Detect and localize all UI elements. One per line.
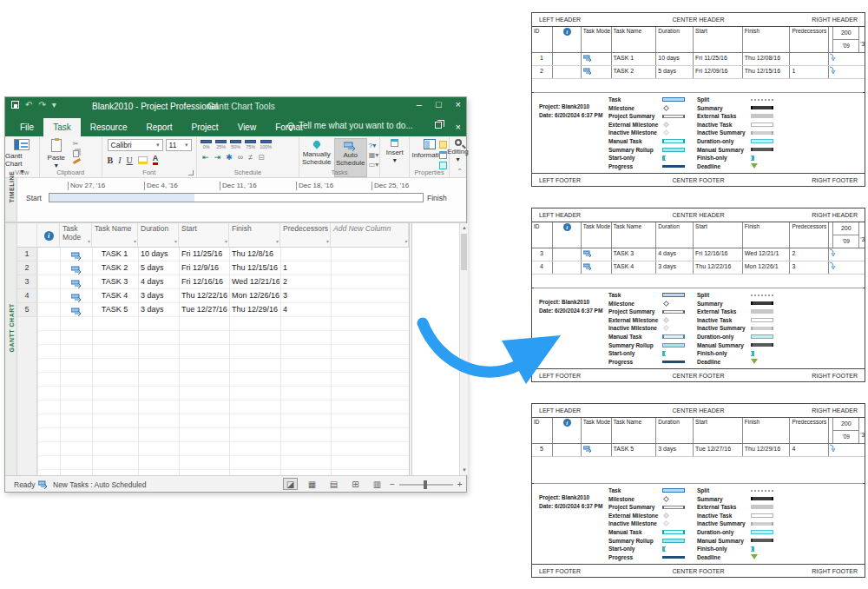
- close-button[interactable]: ×: [456, 99, 461, 109]
- zoom-slider-track[interactable]: [399, 484, 453, 486]
- editing-button[interactable]: Editing ▾: [450, 136, 466, 163]
- row-number-cell[interactable]: 3: [17, 275, 37, 289]
- tell-me-box[interactable]: Tell me what you want to do...: [287, 121, 413, 130]
- font-name-combo[interactable]: Calibri▾: [108, 139, 163, 151]
- duration-header[interactable]: Duration▾: [138, 223, 179, 247]
- finish-cell[interactable]: Wed 12/21/16: [229, 275, 280, 289]
- font-size-combo[interactable]: 11▾: [166, 139, 192, 151]
- move-task-icon[interactable]: ▦▾: [369, 152, 379, 159]
- predecessors-cell[interactable]: 4: [280, 303, 331, 317]
- unlink-tasks-icon[interactable]: ≠: [248, 153, 253, 162]
- info-cell[interactable]: [37, 289, 60, 303]
- scrollbar-thumb[interactable]: [461, 234, 467, 270]
- close-document-button[interactable]: ×: [456, 122, 461, 132]
- duration-cell[interactable]: 4 days: [138, 275, 179, 289]
- predecessors-cell[interactable]: 3: [280, 289, 331, 303]
- font-color-icon[interactable]: A: [153, 155, 159, 165]
- start-cell[interactable]: Fri 11/25/16: [179, 248, 229, 261]
- row-number-cell[interactable]: 4: [17, 289, 37, 303]
- task-mode-cell[interactable]: [60, 248, 92, 261]
- task-row[interactable]: 1 TASK 1 10 days Fri 11/25/16 Thu 12/8/1…: [17, 248, 409, 261]
- task-mode-cell[interactable]: [60, 275, 92, 289]
- finish-cell[interactable]: Thu 12/15/16: [229, 261, 280, 275]
- font-dialog-launcher-icon[interactable]: [188, 170, 194, 175]
- resource-sheet-view-button[interactable]: ⊞: [348, 478, 363, 490]
- task-mode-icon[interactable]: ▭▾: [369, 162, 379, 169]
- row-number-cell[interactable]: 2: [17, 261, 37, 275]
- italic-button[interactable]: I: [118, 156, 121, 165]
- info-cell[interactable]: [37, 275, 60, 289]
- add-new-column-cell[interactable]: [331, 248, 409, 261]
- task-usage-view-button[interactable]: ▦: [305, 478, 319, 490]
- background-color-icon[interactable]: [138, 156, 148, 164]
- task-row[interactable]: 2 TASK 2 5 days Fri 12/9/16 Thu 12/15/16…: [17, 261, 409, 275]
- undo-icon[interactable]: ↶: [25, 101, 32, 109]
- info-cell[interactable]: [37, 303, 60, 317]
- task-name-cell[interactable]: TASK 1: [92, 248, 138, 261]
- finish-header[interactable]: Finish▾: [229, 223, 280, 247]
- start-cell[interactable]: Fri 12/9/16: [179, 261, 229, 275]
- percent-complete-button[interactable]: 100%: [260, 140, 272, 149]
- start-cell[interactable]: Tue 12/27/16: [179, 303, 229, 317]
- ribbon-tab[interactable]: Resource: [81, 118, 137, 136]
- gantt-view-button[interactable]: ◪: [283, 478, 298, 490]
- zoom-in-button[interactable]: +: [457, 480, 463, 489]
- finish-cell[interactable]: Thu 12/8/16: [229, 248, 280, 261]
- format-painter-icon[interactable]: [73, 158, 81, 164]
- finish-cell[interactable]: Mon 12/26/16: [229, 289, 280, 303]
- task-notes-icon[interactable]: [439, 141, 447, 149]
- ribbon-tab[interactable]: File: [10, 118, 43, 136]
- row-number-header[interactable]: [17, 223, 37, 247]
- task-name-header[interactable]: Task Name▾: [92, 223, 138, 247]
- team-planner-view-button[interactable]: ▤: [326, 478, 341, 490]
- start-cell[interactable]: Thu 12/22/16: [179, 289, 229, 303]
- ribbon-tab[interactable]: Project: [182, 118, 228, 136]
- zoom-slider-thumb[interactable]: [424, 480, 427, 489]
- start-header[interactable]: Start▾: [179, 223, 229, 247]
- underline-button[interactable]: U: [127, 156, 133, 165]
- duration-cell[interactable]: 10 days: [138, 248, 179, 261]
- task-mode-cell[interactable]: [60, 289, 92, 303]
- add-new-column-cell[interactable]: [331, 261, 409, 275]
- insert-task-button[interactable]: Insert ▾: [380, 136, 409, 164]
- duration-cell[interactable]: 5 days: [138, 261, 179, 275]
- cut-icon[interactable]: ✂: [73, 141, 81, 148]
- outdent-task-icon[interactable]: ⇤: [202, 153, 209, 162]
- task-mode-cell[interactable]: [60, 303, 92, 317]
- predecessors-header[interactable]: Predecessors▾: [280, 223, 331, 247]
- task-row[interactable]: 5 TASK 5 3 days Tue 12/27/16 Thu 12/29/1…: [17, 303, 409, 317]
- task-details-icon[interactable]: [439, 151, 447, 159]
- zoom-out-button[interactable]: −: [390, 480, 395, 489]
- task-row[interactable]: 3 TASK 3 4 days Fri 12/16/16 Wed 12/21/1…: [17, 275, 409, 289]
- duration-cell[interactable]: 3 days: [138, 289, 179, 303]
- restore-window-icon[interactable]: [435, 122, 442, 129]
- gantt-pane-strip[interactable]: GANTT CHART: [5, 223, 17, 475]
- minimize-button[interactable]: –: [417, 99, 422, 109]
- row-number-cell[interactable]: 5: [17, 303, 37, 317]
- task-mode-cell[interactable]: [60, 261, 92, 275]
- redo-icon[interactable]: ↷: [38, 101, 45, 109]
- bold-button[interactable]: B: [108, 156, 114, 165]
- duration-cell[interactable]: 3 days: [138, 303, 179, 317]
- add-new-column-cell[interactable]: [331, 275, 409, 289]
- scroll-down-icon[interactable]: ▼: [460, 466, 469, 475]
- percent-complete-button[interactable]: 75%: [245, 140, 256, 149]
- task-mode-header[interactable]: Task Mode▾: [60, 223, 92, 247]
- task-row[interactable]: 4 TASK 4 3 days Thu 12/22/16 Mon 12/26/1…: [17, 289, 409, 303]
- percent-complete-button[interactable]: 25%: [215, 140, 227, 149]
- maximize-button[interactable]: □: [436, 99, 442, 109]
- task-name-cell[interactable]: TASK 5: [92, 303, 138, 317]
- task-name-cell[interactable]: TASK 4: [92, 289, 138, 303]
- row-number-cell[interactable]: 1: [17, 248, 37, 261]
- new-tasks-mode[interactable]: New Tasks : Auto Scheduled: [38, 480, 147, 489]
- task-name-cell[interactable]: TASK 2: [92, 261, 138, 275]
- customize-qat-icon[interactable]: ▾: [52, 101, 56, 109]
- add-new-column-header[interactable]: Add New Column▾: [331, 223, 409, 247]
- info-cell[interactable]: [37, 248, 60, 261]
- scroll-up-icon[interactable]: ▲: [460, 223, 469, 233]
- timeline-bar[interactable]: [49, 193, 424, 202]
- report-view-button[interactable]: ▥: [370, 478, 385, 490]
- respect-links-icon[interactable]: ✱: [226, 153, 233, 162]
- start-cell[interactable]: Fri 12/16/16: [179, 275, 229, 289]
- finish-cell[interactable]: Thu 12/29/16: [229, 303, 280, 317]
